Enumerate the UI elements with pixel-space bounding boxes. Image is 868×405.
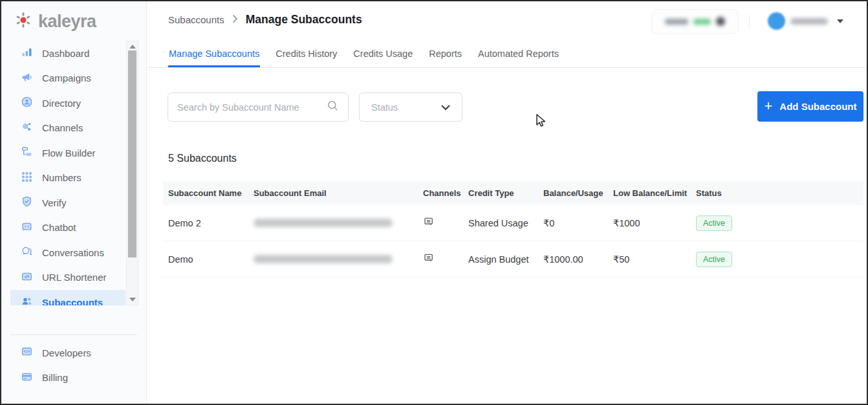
status-badge: Active bbox=[696, 252, 732, 267]
sidebar-item-label: Numbers bbox=[42, 172, 81, 183]
plus-icon: + bbox=[764, 99, 772, 113]
sidebar-item-label: Chatbot bbox=[42, 222, 76, 233]
sidebar-item-label: Billing bbox=[42, 372, 68, 383]
tab-manage-subaccounts[interactable]: Manage Subaccounts bbox=[168, 43, 260, 67]
chatbot-icon bbox=[21, 221, 33, 235]
sidebar-item-numbers[interactable]: Numbers bbox=[1, 166, 147, 191]
chat-bubbles-icon bbox=[21, 245, 33, 259]
sidebar-item-label: Directory bbox=[42, 98, 81, 109]
low-balance-cell: ₹1000 bbox=[613, 218, 696, 228]
status-filter-label: Status bbox=[371, 102, 398, 113]
credit-type-cell: Assign Budget bbox=[468, 254, 543, 265]
status-badge: Active bbox=[696, 215, 732, 231]
tab-credits-history[interactable]: Credits History bbox=[275, 43, 338, 67]
scroll-up-arrow[interactable] bbox=[129, 45, 136, 49]
shield-check-icon bbox=[21, 195, 33, 210]
chevron-down-icon[interactable] bbox=[837, 19, 843, 23]
subaccount-name-cell: Demo 2 bbox=[168, 218, 254, 228]
usage-pill-content bbox=[665, 17, 725, 26]
status-filter-select[interactable]: Status bbox=[359, 93, 462, 122]
sidebar-item-chatbot[interactable]: Chatbot bbox=[1, 215, 147, 241]
sidebar-item-label: Channels bbox=[42, 122, 83, 133]
breadcrumb: Subaccounts Manage Subaccounts bbox=[168, 13, 362, 27]
tab-bar: Manage Subaccounts Credits History Credi… bbox=[168, 43, 559, 67]
search-icon bbox=[327, 100, 339, 115]
avatar[interactable] bbox=[768, 12, 785, 30]
sidebar-item-billing[interactable]: Billing bbox=[1, 366, 126, 391]
chevron-right-icon bbox=[232, 14, 238, 26]
sidebar-item-flow-builder[interactable]: Flow Builder bbox=[1, 140, 147, 166]
sidebar-item-dashboard[interactable]: Dashboard bbox=[1, 41, 147, 66]
sidebar-item-verify[interactable]: Verify bbox=[1, 190, 147, 215]
flow-builder-icon bbox=[21, 146, 33, 160]
usage-pill-redacted[interactable] bbox=[651, 9, 739, 34]
subaccount-name-cell: Demo bbox=[168, 254, 254, 265]
message-square-icon[interactable] bbox=[423, 252, 435, 266]
code-icon bbox=[21, 345, 33, 360]
kaleyra-logo-icon bbox=[14, 11, 32, 32]
sidebar-item-conversations[interactable]: Conversations bbox=[1, 240, 147, 265]
app-window: kaleyra Dashboard Campaigns Directory Ch… bbox=[0, 0, 868, 405]
topbar: Subaccounts Manage Subaccounts Manage Su… bbox=[147, 1, 868, 68]
sidebar-divider bbox=[10, 334, 137, 335]
search-input[interactable] bbox=[177, 102, 321, 113]
person-circle-icon bbox=[21, 96, 33, 110]
redacted-user-name bbox=[790, 18, 828, 25]
column-header: Subaccount Name bbox=[168, 188, 254, 198]
sidebar-scrollbar[interactable] bbox=[126, 41, 138, 305]
sidebar-item-campaigns[interactable]: Campaigns bbox=[1, 66, 147, 91]
brand-name: kaleyra bbox=[38, 12, 96, 32]
sidebar-item-label: Flow Builder bbox=[42, 148, 96, 159]
balance-usage-cell: ₹0 bbox=[543, 218, 613, 228]
tab-reports[interactable]: Reports bbox=[428, 43, 462, 67]
sidebar-item-subaccounts[interactable]: Subaccounts bbox=[10, 290, 125, 305]
column-header: Balance/Usage bbox=[543, 188, 613, 198]
sidebar-footer: Developers Billing bbox=[1, 340, 126, 390]
column-header: Channels bbox=[423, 188, 468, 198]
people-icon bbox=[21, 295, 33, 305]
message-square-icon[interactable] bbox=[423, 216, 435, 230]
redacted-email bbox=[254, 255, 393, 263]
sidebar-item-label: Developers bbox=[42, 347, 91, 358]
scroll-down-arrow[interactable] bbox=[129, 298, 136, 301]
low-balance-cell: ₹50 bbox=[613, 254, 696, 265]
mouse-cursor bbox=[536, 114, 548, 131]
column-header: Credit Type bbox=[468, 188, 543, 198]
table-row[interactable]: Demo Assign Budget ₹1000.00 ₹50 Active bbox=[163, 241, 863, 278]
sidebar-item-label: Campaigns bbox=[42, 72, 91, 83]
breadcrumb-parent[interactable]: Subaccounts bbox=[168, 14, 224, 25]
bar-chart-icon bbox=[21, 46, 33, 60]
sidebar-item-developers[interactable]: Developers bbox=[1, 340, 126, 366]
sidebar-item-label: URL Shortener bbox=[42, 272, 107, 283]
redacted-usage-value bbox=[693, 19, 711, 25]
sidebar-item-url-shortener[interactable]: URL Shortener bbox=[1, 265, 147, 290]
search-input-wrapper[interactable] bbox=[168, 93, 349, 122]
dots-grid-icon bbox=[21, 171, 33, 185]
redacted-usage-text bbox=[665, 19, 688, 25]
redacted-email bbox=[254, 219, 393, 227]
table-header-row: Subaccount Name Subaccount Email Channel… bbox=[163, 181, 863, 205]
table-row[interactable]: Demo 2 Shared Usage ₹0 ₹1000 Active bbox=[163, 205, 863, 241]
tab-automated-reports[interactable]: Automated Reports bbox=[477, 43, 559, 67]
sidebar-item-label: Subaccounts bbox=[42, 297, 103, 305]
tab-credits-usage[interactable]: Credits Usage bbox=[353, 43, 413, 67]
add-subaccount-button[interactable]: + Add Subaccount bbox=[757, 91, 863, 122]
brand-logo: kaleyra bbox=[1, 1, 146, 32]
credit-card-icon bbox=[21, 371, 33, 385]
sidebar-item-label: Conversations bbox=[42, 247, 104, 258]
scrollbar-thumb[interactable] bbox=[128, 50, 136, 257]
chevron-down-icon bbox=[441, 102, 450, 113]
column-header: Status bbox=[696, 188, 863, 198]
sidebar-item-label: Verify bbox=[42, 197, 67, 208]
channels-nodes-icon bbox=[21, 121, 33, 135]
sidebar-item-directory[interactable]: Directory bbox=[1, 91, 147, 116]
link-card-icon bbox=[21, 270, 33, 285]
account-separator bbox=[749, 14, 750, 28]
redacted-info-icon bbox=[716, 17, 725, 26]
sidebar-item-channels[interactable]: Channels bbox=[1, 116, 147, 141]
subaccounts-table: Subaccount Name Subaccount Email Channel… bbox=[163, 181, 863, 278]
main-area: Subaccounts Manage Subaccounts Manage Su… bbox=[147, 1, 868, 404]
credit-type-cell: Shared Usage bbox=[468, 218, 543, 228]
page-title: Manage Subaccounts bbox=[246, 13, 362, 27]
sidebar-nav: Dashboard Campaigns Directory Channels F… bbox=[1, 41, 147, 305]
